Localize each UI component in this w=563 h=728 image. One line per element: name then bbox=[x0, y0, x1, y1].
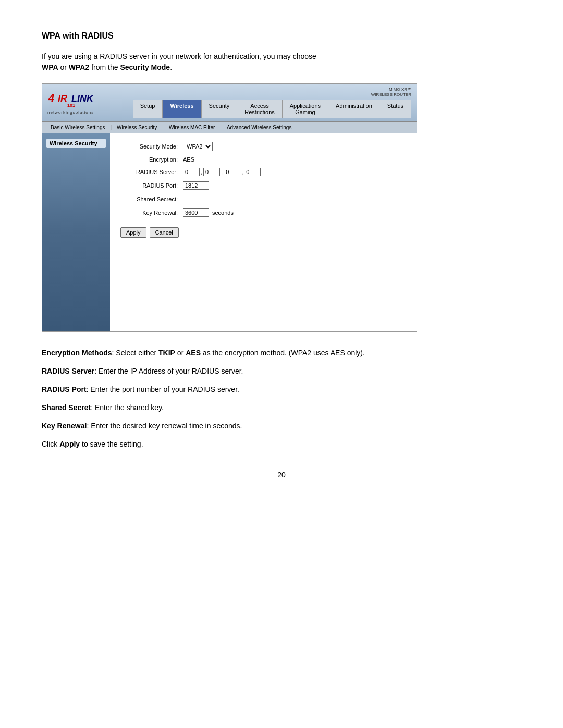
page-number: 20 bbox=[42, 471, 521, 479]
tab-administration[interactable]: Administration bbox=[328, 100, 380, 118]
radius-port-label: RADIUS Port: bbox=[120, 182, 183, 189]
radius-port-input[interactable] bbox=[183, 181, 209, 190]
tab-status[interactable]: Status bbox=[380, 100, 411, 118]
sub-nav: Basic Wireless Settings | Wireless Secur… bbox=[42, 122, 417, 133]
security-mode-row: Security Mode: WPA2 WPA WEP bbox=[120, 142, 406, 151]
router-body: Wireless Security Security Mode: WPA2 WP… bbox=[42, 133, 417, 331]
tab-setup[interactable]: Setup bbox=[133, 100, 163, 118]
subnav-wireless-mac-filter[interactable]: Wireless MAC Filter bbox=[165, 124, 219, 131]
desc-click-apply: Click Apply to save the setting. bbox=[42, 439, 521, 450]
svg-text:IR: IR bbox=[58, 93, 67, 104]
apply-button[interactable]: Apply bbox=[120, 227, 146, 238]
description-section: Encryption Methods: Select either TKIP o… bbox=[42, 348, 521, 450]
tab-access-restrictions[interactable]: AccessRestrictions bbox=[237, 100, 282, 118]
radius-octet2[interactable] bbox=[203, 168, 220, 176]
tab-security[interactable]: Security bbox=[202, 100, 238, 118]
radius-port-row: RADIUS Port: bbox=[120, 181, 406, 190]
key-renewal-row: Key Renewal: seconds bbox=[120, 208, 406, 217]
page-title: WPA with RADIUS bbox=[42, 31, 521, 41]
shared-secret-input-wrap[interactable] bbox=[183, 195, 266, 203]
desc-shared-secret: Shared Secret: Enter the shared key. bbox=[42, 402, 521, 413]
router-brand: MIMO XR™WIRELESS ROUTER bbox=[371, 87, 411, 98]
tab-wireless[interactable]: Wireless bbox=[163, 100, 201, 118]
desc-encryption-methods: Encryption Methods: Select either TKIP o… bbox=[42, 348, 521, 359]
main-form-content: Security Mode: WPA2 WPA WEP Encryption: … bbox=[110, 133, 417, 331]
svg-text:101: 101 bbox=[67, 103, 75, 108]
radius-octet4[interactable] bbox=[244, 168, 261, 176]
desc-radius-port: RADIUS Port: Enter the port number of yo… bbox=[42, 384, 521, 395]
radius-server-label: RADIUS Server: bbox=[120, 169, 183, 175]
encryption-row: Encryption: AES bbox=[120, 156, 406, 163]
radius-port-input-wrap[interactable] bbox=[183, 181, 209, 190]
cancel-button[interactable]: Cancel bbox=[150, 227, 179, 238]
radius-octet1[interactable] bbox=[183, 168, 200, 176]
intro-paragraph: If you are using a RADIUS server in your… bbox=[42, 51, 521, 73]
key-renewal-inputs: seconds bbox=[183, 208, 234, 217]
nav-tabs: Setup Wireless Security AccessRestrictio… bbox=[133, 100, 411, 118]
security-mode-select[interactable]: WPA2 WPA WEP bbox=[183, 142, 213, 151]
router-logo: 4 IR LINK 101 networkingsolutions bbox=[47, 90, 100, 115]
shared-secret-row: Shared Secrect: bbox=[120, 195, 406, 203]
subnav-advanced-wireless[interactable]: Advanced Wireless Settings bbox=[223, 124, 296, 131]
encryption-value: AES bbox=[183, 156, 194, 163]
security-mode-label: Security Mode: bbox=[120, 143, 183, 150]
logo-subtitle: networkingsolutions bbox=[47, 110, 94, 115]
seconds-label: seconds bbox=[212, 209, 234, 216]
router-header: 4 IR LINK 101 networkingsolutions MIMO X… bbox=[42, 84, 417, 122]
radius-octet3[interactable] bbox=[224, 168, 240, 176]
shared-secret-label: Shared Secrect: bbox=[120, 196, 183, 202]
shared-secret-input[interactable] bbox=[183, 195, 266, 203]
key-renewal-input[interactable] bbox=[183, 208, 209, 217]
subnav-basic-wireless[interactable]: Basic Wireless Settings bbox=[46, 124, 109, 131]
router-ui: 4 IR LINK 101 networkingsolutions MIMO X… bbox=[42, 83, 417, 332]
desc-key-renewal: Key Renewal: Enter the desired key renew… bbox=[42, 421, 521, 431]
key-renewal-label: Key Renewal: bbox=[120, 209, 183, 216]
button-row: Apply Cancel bbox=[120, 227, 406, 238]
sidebar: Wireless Security bbox=[42, 133, 110, 331]
sidebar-wireless-security: Wireless Security bbox=[46, 139, 106, 148]
desc-radius-server: RADIUS Server: Enter the IP Address of y… bbox=[42, 366, 521, 377]
encryption-label: Encryption: bbox=[120, 156, 183, 163]
svg-text:LINK: LINK bbox=[71, 93, 94, 104]
security-mode-control[interactable]: WPA2 WPA WEP bbox=[183, 142, 213, 151]
radius-server-inputs: , , , bbox=[183, 168, 261, 176]
tab-applications-gaming[interactable]: ApplicationsGaming bbox=[283, 100, 328, 118]
airlink-logo-svg: 4 IR LINK 101 bbox=[47, 90, 100, 109]
subnav-wireless-security[interactable]: Wireless Security bbox=[113, 124, 161, 131]
radius-server-row: RADIUS Server: , , , bbox=[120, 168, 406, 176]
svg-text:4: 4 bbox=[48, 92, 54, 104]
